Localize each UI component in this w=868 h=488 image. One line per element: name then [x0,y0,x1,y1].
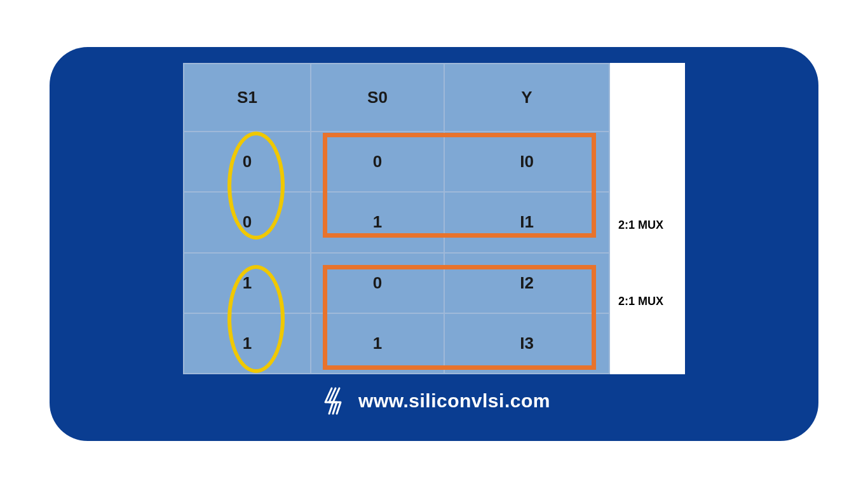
cell-y: I1 [444,192,609,252]
table-wrap: S1 S0 Y 0 0 I0 0 1 I1 1 0 I2 [183,63,609,374]
table-row: 0 1 I1 [184,192,609,252]
cell-s0: 0 [311,132,444,192]
header-y: Y [444,64,609,132]
mux-label-top: 2:1 MUX [618,219,663,232]
site-url: www.siliconvlsi.com [358,390,550,412]
cell-s0: 1 [311,192,444,252]
table-row: 1 0 I2 [184,253,609,313]
cell-s0: 0 [311,253,444,313]
cell-s1: 0 [184,132,311,192]
cell-s0: 1 [311,313,444,374]
cell-s1: 1 [184,253,311,313]
mux-label-bottom: 2:1 MUX [618,295,663,308]
cell-y: I0 [444,132,609,192]
footer: www.siliconvlsi.com [318,386,550,416]
table-header-row: S1 S0 Y [184,64,609,132]
header-s1: S1 [184,64,311,132]
truth-table: S1 S0 Y 0 0 I0 0 1 I1 1 0 I2 [183,63,610,374]
side-labels: 2:1 MUX 2:1 MUX [609,63,685,374]
cell-s1: 0 [184,192,311,252]
cell-y: I2 [444,253,609,313]
cell-y: I3 [444,313,609,374]
card: S1 S0 Y 0 0 I0 0 1 I1 1 0 I2 [50,47,818,441]
inner-panel: S1 S0 Y 0 0 I0 0 1 I1 1 0 I2 [183,63,685,374]
table-row: 0 0 I0 [184,132,609,192]
cell-s1: 1 [184,313,311,374]
lightning-icon [318,386,348,416]
table-row: 1 1 I3 [184,313,609,374]
header-s0: S0 [311,64,444,132]
